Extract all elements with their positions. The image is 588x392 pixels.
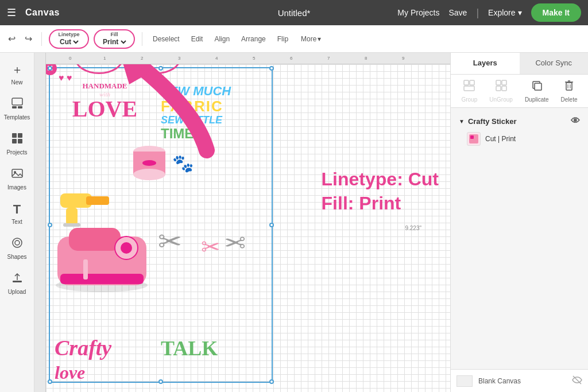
sidebar-label-upload: Upload	[8, 289, 26, 295]
layer-item-sticker[interactable]: Cut | Print	[455, 129, 583, 149]
more-button[interactable]: More ▾	[296, 33, 326, 45]
layer-item-name: Cut | Print	[485, 135, 578, 143]
make-it-button[interactable]: Make It	[531, 3, 581, 22]
scissors-small: ✂	[201, 234, 220, 260]
save-button[interactable]: Save	[448, 8, 467, 17]
resize-handle-tr[interactable]	[269, 66, 274, 71]
sidebar-item-images[interactable]: Images	[0, 162, 34, 195]
fill-select[interactable]: Print	[100, 37, 128, 46]
topbar: ☰ Canvas Untitled* My Projects Save | Ex…	[0, 0, 588, 25]
duplicate-button[interactable]: Duplicate	[525, 79, 549, 103]
fill-dropdown[interactable]: Fill Print	[94, 29, 135, 49]
layer-visibility-eye[interactable]: 👁	[571, 116, 580, 126]
canvas-area[interactable]: 0 1 2 3 4 5 6 7 8 9 ✕	[34, 53, 450, 392]
blank-canvas-thumb	[457, 375, 473, 387]
document-title[interactable]: Untitled*	[278, 8, 311, 18]
redo-button[interactable]: ↪	[22, 31, 34, 46]
tab-color-sync[interactable]: Color Sync	[520, 53, 589, 74]
canvas-content: ✕ 9.223" HANDMADE with	[46, 64, 450, 392]
sidebar-item-projects[interactable]: Projects	[0, 127, 34, 160]
explore-menu[interactable]: Explore ▾	[488, 8, 521, 17]
scissors-right: ✂	[224, 228, 246, 258]
layer-thumb	[467, 132, 481, 146]
svg-rect-26	[60, 274, 144, 284]
deselect-button[interactable]: Deselect	[149, 33, 183, 45]
layer-list: ▼ Crafty Sticker 👁 Cut | Print	[451, 108, 588, 369]
svg-rect-35	[496, 86, 501, 91]
group-button[interactable]: Group	[462, 79, 478, 103]
sidebar-label-shapes: Shapes	[7, 254, 27, 260]
delete-button[interactable]: Delete	[561, 79, 578, 103]
linetype-label: Linetype	[58, 32, 79, 37]
svg-rect-11	[13, 281, 22, 282]
resize-handle-bm[interactable]	[158, 379, 163, 384]
trash-icon	[563, 79, 575, 95]
resize-handle-br[interactable]	[269, 379, 274, 384]
sidebar-item-shapes[interactable]: Shapes	[0, 232, 34, 265]
tab-layers[interactable]: Layers	[451, 53, 520, 74]
crafty-bottom-text: Crafty	[55, 335, 111, 360]
svg-rect-1	[12, 106, 17, 108]
resize-handle-bl[interactable]	[48, 379, 52, 384]
topbar-right: My Projects Save | Explore ▾ Make It	[397, 3, 581, 22]
arrange-button[interactable]: Arrange	[238, 33, 269, 45]
svg-rect-7	[12, 169, 22, 177]
canvas-grid[interactable]: ✕ 9.223" HANDMADE with	[46, 64, 450, 392]
toolbar-separator-2	[142, 32, 142, 46]
sewing-machine	[52, 219, 152, 294]
measure-label: 9.223"	[405, 225, 421, 231]
flip-button[interactable]: Flip	[274, 33, 292, 45]
menu-icon[interactable]: ☰	[7, 6, 16, 19]
svg-point-10	[15, 240, 20, 245]
svg-point-25	[121, 242, 132, 254]
pink-arrow	[92, 64, 235, 168]
svg-rect-4	[18, 133, 22, 138]
delete-selection-button[interactable]: ✕	[46, 64, 57, 75]
svg-rect-31	[470, 80, 474, 85]
svg-rect-45	[470, 135, 474, 139]
hearts-decor: ♥ ♥	[59, 73, 72, 83]
sidebar-item-templates[interactable]: Templates	[0, 92, 34, 125]
svg-rect-2	[18, 106, 22, 108]
blank-canvas-eye-icon[interactable]	[572, 375, 582, 387]
sidebar-item-text[interactable]: T Text	[0, 197, 34, 230]
undo-button[interactable]: ↩	[6, 31, 18, 46]
sidebar-label-projects: Projects	[6, 149, 27, 156]
sidebar-item-upload[interactable]: Upload	[0, 267, 34, 300]
ruler-top: 0 1 2 3 4 5 6 7 8 9	[46, 53, 450, 64]
svg-rect-33	[496, 80, 501, 85]
sidebar-label-text: Text	[11, 219, 22, 225]
layer-group-crafty-sticker: ▼ Crafty Sticker 👁 Cut | Print	[451, 111, 588, 152]
toolbar-separator	[41, 32, 42, 46]
annotation-text: Linetype: Cut Fill: Print	[322, 168, 439, 215]
linetype-select[interactable]: Cut	[57, 37, 80, 46]
ungroup-icon	[495, 79, 508, 95]
sidebar-item-new[interactable]: ＋ New	[0, 57, 34, 90]
align-button[interactable]: Align	[211, 33, 233, 45]
scissors-large: ✂	[158, 225, 182, 258]
my-projects-link[interactable]: My Projects	[397, 8, 439, 17]
panel-actions: Group UnGroup Duplicate Delete	[451, 75, 588, 108]
svg-rect-18	[86, 196, 109, 205]
sidebar-label-images: Images	[7, 184, 26, 191]
resize-handle-mr[interactable]	[269, 223, 274, 227]
fill-label: Fill	[111, 32, 118, 37]
linetype-dropdown[interactable]: Linetype Cut	[49, 29, 89, 49]
sidebar-label-new: New	[11, 79, 22, 86]
svg-rect-39	[566, 83, 572, 90]
bottom-bar: Blank Canvas	[451, 369, 588, 392]
group-icon	[463, 79, 475, 95]
duplicate-icon	[531, 79, 543, 95]
layer-group-header[interactable]: ▼ Crafty Sticker 👁	[455, 114, 583, 129]
ungroup-button[interactable]: UnGroup	[489, 79, 513, 103]
upload-icon	[11, 271, 24, 287]
right-panel: Layers Color Sync Group UnGroup	[450, 53, 588, 392]
blank-canvas-label: Blank Canvas	[478, 377, 566, 385]
panel-tabs: Layers Color Sync	[451, 53, 588, 75]
edit-button[interactable]: Edit	[188, 33, 207, 45]
left-sidebar: ＋ New Templates Projects Images T Text	[0, 53, 34, 392]
layer-group-name: Crafty Sticker	[468, 117, 517, 126]
resize-handle-tl[interactable]	[48, 66, 52, 71]
sidebar-label-templates: Templates	[4, 114, 30, 121]
svg-rect-32	[464, 86, 474, 91]
